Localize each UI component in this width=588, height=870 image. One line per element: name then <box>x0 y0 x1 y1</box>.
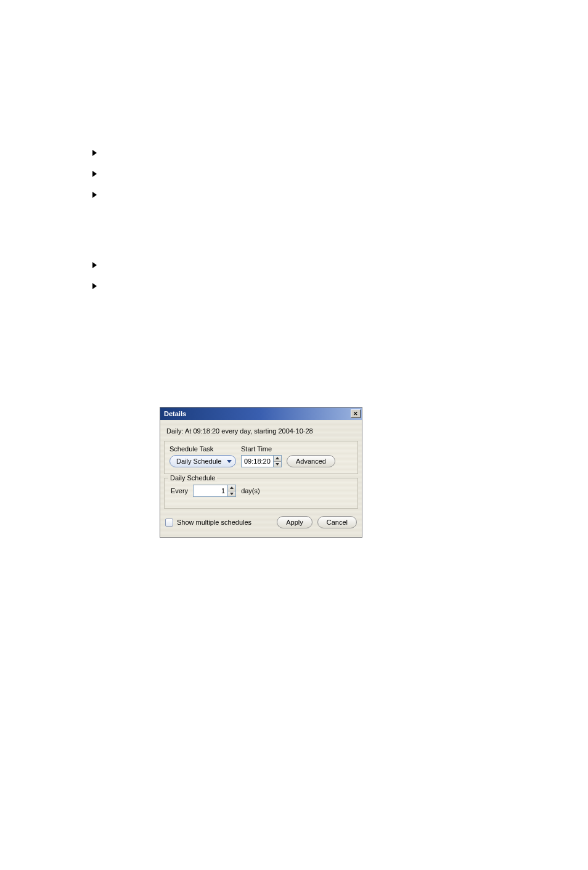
show-multiple-label: Show multiple schedules <box>177 519 251 526</box>
close-icon: ✕ <box>353 411 358 417</box>
dialog-title: Details <box>164 410 186 417</box>
advanced-button[interactable]: Advanced <box>287 455 335 467</box>
spinner-up-button[interactable] <box>274 456 281 462</box>
bullet-icon <box>92 262 97 268</box>
every-days-input[interactable] <box>193 485 227 497</box>
daily-schedule-legend: Daily Schedule <box>168 474 217 482</box>
schedule-summary: Daily: At 09:18:20 every day, starting 2… <box>164 424 358 441</box>
every-label: Every <box>171 487 188 495</box>
chevron-down-icon <box>227 460 232 463</box>
cancel-button[interactable]: Cancel <box>317 516 357 528</box>
every-days-spinner[interactable] <box>193 485 236 497</box>
show-multiple-checkbox[interactable]: Show multiple schedules <box>165 519 251 527</box>
bullet-list-top <box>92 150 97 213</box>
schedule-task-label: Schedule Task <box>169 445 236 453</box>
checkbox-icon <box>165 519 173 527</box>
start-time-spinner[interactable] <box>241 455 282 467</box>
spinner-buttons <box>273 455 282 467</box>
schedule-task-group: Schedule Task Daily Schedule Start Time <box>164 441 358 474</box>
details-dialog: Details ✕ Daily: At 09:18:20 every day, … <box>160 407 362 538</box>
arrow-up-icon <box>230 486 234 489</box>
bullet-icon <box>92 192 97 198</box>
start-time-input[interactable] <box>241 455 273 467</box>
spinner-up-button[interactable] <box>228 485 235 491</box>
start-time-label: Start Time <box>241 445 282 453</box>
days-label: day(s) <box>241 487 260 495</box>
bullet-list-bottom <box>92 262 97 304</box>
bullet-icon <box>92 150 97 156</box>
schedule-task-dropdown[interactable]: Daily Schedule <box>169 455 236 467</box>
dropdown-value: Daily Schedule <box>176 458 221 465</box>
spinner-down-button[interactable] <box>228 491 235 497</box>
dialog-footer: Show multiple schedules Apply Cancel <box>164 514 358 533</box>
arrow-down-icon <box>230 493 234 495</box>
daily-schedule-group: Daily Schedule Every day(s) <box>164 478 358 509</box>
bullet-icon <box>92 283 97 289</box>
footer-buttons: Apply Cancel <box>277 516 357 528</box>
apply-button[interactable]: Apply <box>277 516 312 528</box>
bullet-icon <box>92 171 97 177</box>
spinner-buttons <box>227 485 236 497</box>
spinner-down-button[interactable] <box>274 462 281 467</box>
close-button[interactable]: ✕ <box>351 409 361 418</box>
arrow-down-icon <box>276 463 279 466</box>
dialog-body: Daily: At 09:18:20 every day, starting 2… <box>160 420 362 537</box>
arrow-up-icon <box>276 457 279 459</box>
titlebar: Details ✕ <box>160 408 362 420</box>
